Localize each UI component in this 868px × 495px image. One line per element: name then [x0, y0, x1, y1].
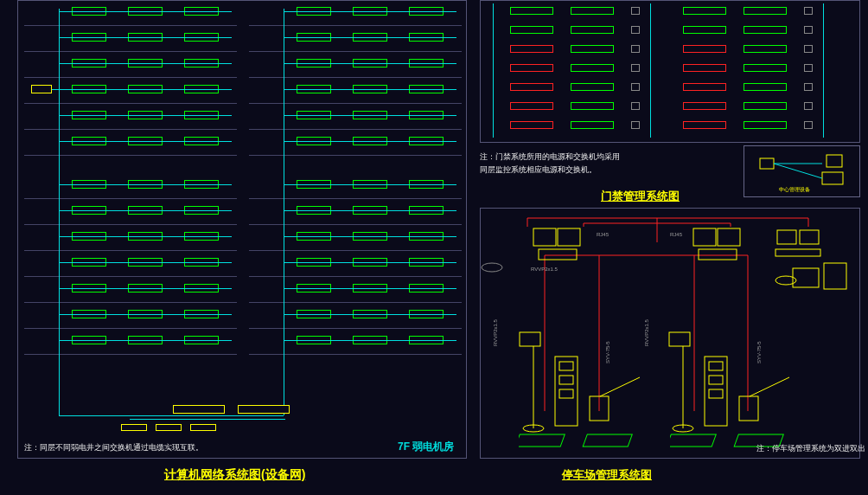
monitor-icon	[532, 227, 584, 266]
access-title: 门禁管理系统图	[601, 189, 680, 204]
svg-rect-12	[558, 228, 580, 246]
svg-rect-37	[709, 376, 723, 384]
svg-rect-42	[583, 434, 632, 447]
camera-pole-icon	[666, 329, 700, 433]
svg-rect-21	[824, 263, 846, 289]
svg-point-45	[482, 263, 502, 272]
cable-label: SYV-75-5	[756, 341, 762, 363]
svg-rect-35	[705, 357, 727, 426]
monitor-icon	[692, 227, 744, 266]
cable-label: RVVP2x1.5	[493, 319, 498, 346]
svg-rect-17	[777, 230, 796, 244]
svg-rect-15	[718, 228, 740, 246]
network-column-2	[249, 0, 462, 428]
svg-rect-26	[555, 357, 578, 426]
svg-rect-41	[519, 434, 565, 447]
cable-label: RVVP2x1.5	[644, 319, 649, 346]
svg-rect-11	[533, 228, 556, 246]
access-note-l1: 注：门禁系统所用的电源和交换机均采用	[480, 151, 620, 163]
svg-rect-38	[709, 389, 723, 398]
svg-line-40	[750, 377, 789, 396]
bus-line	[650, 3, 651, 138]
svg-rect-16	[699, 249, 737, 260]
svg-rect-20	[793, 268, 819, 287]
bus-line	[823, 3, 824, 138]
parking-note: 注：停车场管理系统为双进双出	[756, 443, 865, 454]
svg-rect-39	[739, 396, 758, 421]
svg-rect-33	[669, 332, 690, 346]
svg-rect-0	[760, 158, 774, 169]
access-note-l2: 同层监控系统相应电源和交换机。	[480, 164, 597, 176]
svg-rect-19	[775, 249, 820, 256]
trunk-line	[59, 9, 60, 415]
svg-line-4	[774, 164, 822, 178]
svg-rect-43	[670, 434, 716, 447]
room-label: 7F 弱电机房	[398, 440, 454, 454]
network-note: 注：同层不同弱电井之间交换机通过电缆实现互联。	[24, 442, 203, 453]
ups-cluster-icon	[774, 227, 856, 305]
svg-line-31	[600, 377, 640, 396]
network-title: 计算机网络系统图(设备网)	[164, 467, 305, 483]
core-switch-icon	[238, 405, 290, 414]
svg-rect-30	[590, 396, 609, 421]
camera-pole-icon	[516, 329, 551, 433]
parking-title: 停车场管理系统图	[562, 467, 652, 483]
aux-switch-icon	[156, 424, 182, 431]
rj45-label: RJ45	[670, 232, 682, 237]
link-line	[130, 419, 285, 420]
bus-line	[493, 3, 494, 138]
trunk-line	[284, 9, 284, 415]
svg-rect-28	[559, 376, 573, 384]
aux-switch-icon	[190, 424, 216, 431]
ticket-box-icon	[703, 355, 732, 433]
ticket-box-icon	[553, 355, 583, 433]
barrier-gate-icon	[737, 372, 798, 424]
cable-label: RVVP2x1.5	[531, 267, 558, 272]
svg-rect-29	[559, 389, 573, 398]
svg-rect-2	[822, 172, 843, 184]
reader-icon	[480, 261, 506, 273]
svg-rect-18	[800, 230, 819, 244]
barrier-gate-icon	[588, 372, 648, 424]
legend-label: 中心管理设备	[779, 186, 810, 194]
trunk-line	[59, 415, 284, 416]
core-switch-icon	[173, 405, 225, 414]
rj45-label: RJ45	[597, 232, 609, 237]
svg-rect-14	[693, 228, 716, 246]
svg-rect-1	[827, 155, 842, 167]
svg-rect-27	[559, 362, 573, 370]
loop-detector-icon	[519, 433, 657, 454]
aux-switch-icon	[121, 424, 147, 431]
svg-rect-24	[520, 332, 540, 346]
cable-label: SYV-75-5	[605, 341, 610, 363]
legend-box: 中心管理设备	[744, 145, 860, 197]
network-column-1	[24, 0, 237, 428]
svg-rect-13	[539, 249, 577, 260]
svg-rect-36	[709, 362, 723, 370]
